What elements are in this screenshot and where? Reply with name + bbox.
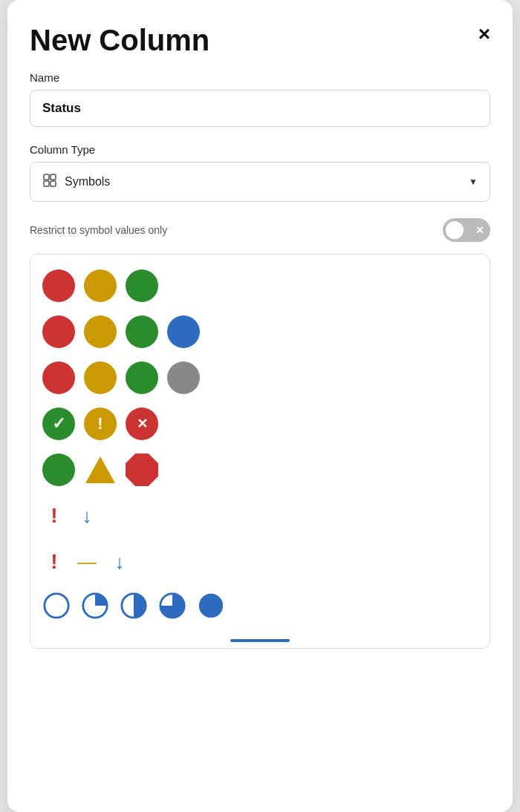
symbol-amber-2[interactable] (84, 315, 117, 348)
symbol-row-7: ! — ↓ (42, 546, 478, 578)
column-type-select[interactable]: Symbols ▼ (30, 162, 490, 202)
symbol-triangle[interactable] (84, 454, 117, 486)
symbol-row-pie (42, 592, 478, 620)
symbol-row-5 (42, 454, 478, 486)
symbol-octagon[interactable] (126, 454, 158, 486)
symbol-row-3 (42, 361, 478, 394)
symbols-panel[interactable]: ✓ ! ✕ ! ↓ ! — ↓ (30, 254, 490, 649)
dialog-title: New Column (30, 22, 490, 58)
dropdown-arrow-icon: ▼ (469, 177, 478, 187)
symbol-red-1[interactable] (42, 269, 75, 302)
scroll-indicator (230, 639, 290, 642)
toggle-x-icon: ✕ (475, 224, 484, 236)
column-type-value: Symbols (65, 175, 461, 189)
name-label: Name (30, 71, 490, 84)
svg-point-4 (45, 594, 68, 618)
symbol-green-5[interactable] (42, 454, 75, 486)
symbol-red-3[interactable] (42, 361, 75, 394)
symbol-pie-quarter[interactable] (81, 592, 109, 620)
symbol-green-2[interactable] (126, 315, 158, 348)
svg-rect-1 (51, 174, 56, 180)
symbol-row-4: ✓ ! ✕ (42, 407, 478, 440)
symbol-amber-3[interactable] (84, 361, 117, 394)
symbol-text-excl-red[interactable]: ! (42, 500, 66, 532)
symbol-amber-1[interactable] (84, 269, 117, 302)
symbol-text-excl-red-2[interactable]: ! (42, 546, 66, 578)
symbol-pie-half[interactable] (120, 592, 148, 620)
symbol-pie-full[interactable] (197, 592, 225, 620)
symbol-row-6: ! ↓ (42, 500, 478, 532)
triangle-shape (85, 456, 115, 483)
symbol-cross[interactable]: ✕ (126, 407, 158, 440)
toggle-knob (446, 221, 464, 239)
restrict-toggle-row: Restrict to symbol values only ✕ (30, 218, 490, 242)
symbol-green-1[interactable] (126, 269, 158, 302)
symbol-dash-amber[interactable]: — (75, 546, 99, 578)
symbol-row-1 (42, 269, 478, 302)
symbol-arrow-down-blue[interactable]: ↓ (75, 500, 99, 532)
symbol-gray-3[interactable] (167, 361, 200, 394)
symbol-row-2 (42, 315, 478, 348)
symbol-pie-three-quarter[interactable] (158, 592, 186, 620)
symbol-pie-empty[interactable] (42, 592, 71, 620)
column-type-label: Column Type (30, 143, 490, 156)
symbol-check[interactable]: ✓ (42, 407, 75, 440)
restrict-toggle[interactable]: ✕ (443, 218, 490, 242)
svg-rect-2 (44, 181, 49, 186)
svg-rect-0 (44, 174, 49, 180)
symbol-arrow-down-blue-2[interactable]: ↓ (108, 546, 131, 578)
svg-rect-3 (51, 181, 56, 186)
restrict-label: Restrict to symbol values only (30, 224, 167, 236)
symbols-icon (42, 173, 57, 191)
symbol-red-2[interactable] (42, 315, 75, 348)
close-button[interactable]: × (478, 24, 490, 45)
symbol-blue-2[interactable] (167, 315, 200, 348)
symbol-exclamation[interactable]: ! (84, 407, 117, 440)
symbol-green-3[interactable] (126, 361, 158, 394)
new-column-dialog: New Column × Name Column Type Symbols ▼ … (7, 0, 513, 812)
name-input[interactable] (30, 90, 490, 127)
svg-point-8 (199, 594, 223, 618)
